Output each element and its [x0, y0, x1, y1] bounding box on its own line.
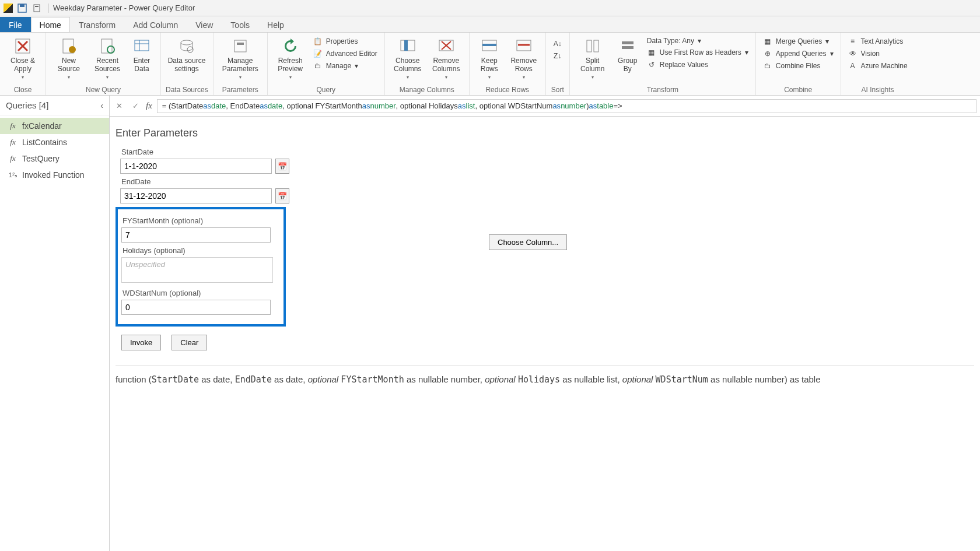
group-label-datasources: Data Sources — [166, 86, 208, 94]
replace-values-icon: ↺ — [647, 60, 656, 69]
query-item-invoked-function[interactable]: 1²₃Invoked Function — [0, 167, 109, 183]
remove-rows-icon — [514, 36, 534, 56]
azure-ml-button[interactable]: AAzure Machine — [846, 61, 910, 71]
save-icon[interactable] — [18, 3, 27, 13]
enddate-picker-button[interactable]: 📅 — [275, 188, 289, 203]
tab-add-column[interactable]: Add Column — [124, 17, 187, 32]
merge-queries-button[interactable]: ▦Merge Queries ▾ — [761, 36, 836, 47]
fystart-input[interactable] — [121, 227, 271, 243]
wdstart-label: WDStartNum (optional) — [123, 289, 280, 297]
svg-rect-27 — [587, 40, 592, 52]
tab-help[interactable]: Help — [258, 17, 293, 32]
commit-formula-icon[interactable]: ✓ — [130, 100, 141, 112]
data-source-settings-icon — [177, 36, 197, 56]
group-label-newquery: New Query — [51, 86, 156, 94]
formula-input[interactable]: = (StartDate as date , EndDate as date ,… — [157, 99, 977, 113]
tab-transform[interactable]: Transform — [70, 17, 124, 32]
sort-desc-icon: Z↓ — [553, 51, 562, 61]
sort-asc-button[interactable]: A↓ — [551, 38, 565, 49]
manage-parameters-button[interactable]: Manage Parameters▾ — [218, 35, 262, 80]
manage-parameters-icon — [230, 36, 250, 56]
collapse-queries-icon[interactable]: ‹ — [100, 101, 103, 110]
qat-divider — [48, 3, 48, 13]
enddate-input[interactable] — [120, 188, 272, 203]
queries-list: fxfxCalendar fxListContains fxTestQuery … — [0, 115, 109, 183]
startdate-input[interactable] — [120, 159, 272, 174]
svg-rect-29 — [622, 41, 634, 44]
refresh-preview-button[interactable]: Refresh Preview▾ — [272, 35, 309, 80]
recent-sources-icon — [97, 36, 117, 56]
calendar-icon: 📅 — [278, 192, 287, 201]
query-item-listcontains[interactable]: fxListContains — [0, 134, 109, 150]
cancel-formula-icon[interactable]: ✕ — [113, 100, 125, 112]
recent-sources-button[interactable]: Recent Sources▾ — [89, 35, 125, 80]
ribbon-group-reduce-rows: Keep Rows▾ Remove Rows▾ Reduce Rows — [470, 33, 546, 95]
svg-rect-19 — [404, 40, 408, 51]
svg-rect-24 — [482, 44, 496, 46]
advanced-editor-button[interactable]: 📝Advanced Editor — [311, 48, 380, 59]
properties-button[interactable]: 📋Properties — [311, 36, 380, 47]
first-row-headers-button[interactable]: ▦Use First Row as Headers ▾ — [645, 47, 751, 58]
enddate-label: EndDate — [121, 177, 974, 186]
svg-point-14 — [181, 40, 192, 45]
fx-icon: fx — [8, 138, 18, 147]
keep-rows-button[interactable]: Keep Rows▾ — [474, 35, 505, 80]
quick-access-toolbar — [18, 3, 48, 13]
startdate-label: StartDate — [121, 148, 974, 156]
replace-values-button[interactable]: ↺Replace Values — [645, 59, 751, 70]
advanced-editor-icon: 📝 — [313, 49, 323, 58]
refresh-icon — [281, 36, 300, 56]
queries-header: Queries [4] — [6, 100, 48, 110]
clear-button[interactable]: Clear — [172, 335, 207, 350]
combine-files-button[interactable]: 🗀Combine Files — [761, 61, 836, 71]
ribbon-tabs: File Home Transform Add Column View Tool… — [0, 16, 980, 33]
properties-icon: 📋 — [313, 37, 323, 46]
query-item-testquery[interactable]: fxTestQuery — [0, 150, 109, 167]
undo-icon[interactable] — [33, 3, 42, 13]
choose-columns-icon — [398, 36, 418, 56]
close-apply-button[interactable]: Close & Apply▾ — [5, 35, 41, 80]
queries-pane: Queries [4] ‹ fxfxCalendar fxListContain… — [0, 96, 110, 551]
group-label-combine: Combine — [761, 86, 836, 94]
data-type-button[interactable]: Data Type: Any ▾ — [645, 36, 751, 45]
data-source-settings-button[interactable]: Data source settings — [166, 35, 208, 73]
tab-file[interactable]: File — [0, 17, 31, 32]
svg-point-10 — [107, 46, 114, 53]
sort-desc-button[interactable]: Z↓ — [551, 51, 565, 61]
append-queries-button[interactable]: ⊕Append Queries ▾ — [761, 48, 836, 59]
startdate-picker-button[interactable]: 📅 — [275, 159, 289, 174]
append-icon: ⊕ — [763, 49, 772, 58]
tab-home[interactable]: Home — [31, 17, 70, 32]
manage-query-button[interactable]: 🗀Manage ▾ — [311, 61, 380, 71]
fx-icon: fx — [8, 154, 18, 163]
svg-rect-11 — [135, 40, 149, 51]
svg-rect-17 — [237, 43, 244, 45]
svg-rect-30 — [622, 46, 634, 49]
remove-rows-button[interactable]: Remove Rows▾ — [507, 35, 541, 80]
query-item-fxcalendar[interactable]: fxfxCalendar — [0, 118, 109, 134]
tab-view[interactable]: View — [187, 17, 222, 32]
vision-button[interactable]: 👁Vision — [846, 48, 910, 59]
group-label-managecols: Manage Columns — [390, 86, 464, 94]
new-source-button[interactable]: New Source▾ — [51, 35, 87, 80]
choose-column-container: Choose Column... — [489, 234, 567, 250]
enter-data-button[interactable]: Enter Data — [128, 35, 156, 73]
group-label-sort: Sort — [551, 86, 565, 94]
choose-column-button[interactable]: Choose Column... — [489, 234, 567, 250]
window-title: Weekday Parameter - Power Query Editor — [53, 3, 195, 12]
fx-indicator-icon: fx — [146, 101, 152, 111]
app-icon — [4, 3, 13, 13]
split-column-button[interactable]: Split Column▾ — [575, 35, 611, 80]
remove-columns-button[interactable]: Remove Columns▾ — [428, 35, 464, 80]
choose-columns-button[interactable]: Choose Columns▾ — [390, 35, 426, 80]
wdstart-input[interactable] — [121, 300, 271, 315]
group-label-close: Close — [5, 86, 41, 94]
svg-rect-2 — [34, 5, 40, 12]
ribbon-group-parameters: Manage Parameters▾ Parameters — [214, 33, 268, 95]
text-analytics-button[interactable]: ≡Text Analytics — [846, 36, 910, 47]
tab-tools[interactable]: Tools — [222, 17, 258, 32]
invoke-button[interactable]: Invoke — [121, 335, 161, 350]
formula-bar: ✕ ✓ fx = (StartDate as date , EndDate as… — [110, 96, 980, 117]
group-by-button[interactable]: Group By — [613, 35, 642, 73]
holidays-placeholder[interactable]: Unspecified — [121, 257, 273, 283]
